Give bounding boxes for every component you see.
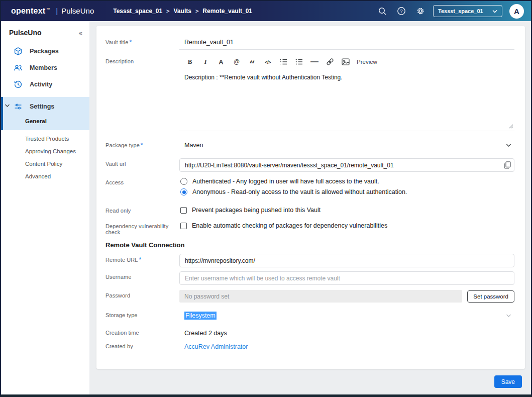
bold-icon[interactable]: B (184, 57, 195, 67)
checkbox-unchecked-icon[interactable] (180, 223, 187, 229)
remote-url-input[interactable] (179, 254, 514, 267)
gear-icon[interactable] (414, 5, 427, 18)
preview-button[interactable]: Preview (357, 57, 377, 67)
breadcrumb-item-vaults[interactable]: Vaults (174, 8, 191, 15)
user-avatar[interactable]: A (509, 4, 524, 19)
save-button[interactable]: Save (494, 375, 522, 388)
mention-icon[interactable]: @ (231, 57, 242, 67)
read-only-label: Read only (105, 205, 179, 214)
description-label: Description (105, 56, 179, 64)
breadcrumb-item-vault[interactable]: Remote_vault_01 (202, 8, 252, 15)
sidebar-item-general[interactable]: General (1, 115, 89, 127)
created-by-label: Created by (105, 341, 179, 349)
chevron-down-icon[interactable] (5, 104, 10, 108)
package-type-label: Package type* (105, 139, 179, 149)
brand-product: PulseUno (61, 7, 94, 15)
unordered-list-icon[interactable] (293, 57, 304, 67)
sidebar-item-settings[interactable]: Settings (1, 98, 89, 115)
sidebar-item-advanced[interactable]: Advanced (1, 170, 89, 182)
settings-icon (14, 102, 23, 111)
storage-type-label: Storage type (105, 310, 179, 318)
checkbox-unchecked-icon[interactable] (180, 207, 187, 214)
main-content: Vault title* Description B I A @ “ </> (89, 21, 531, 395)
link-icon[interactable] (325, 57, 336, 67)
package-icon (14, 47, 23, 56)
required-marker: * (141, 142, 143, 149)
access-option-authenticated[interactable]: Authenticated - Any logged in user will … (179, 178, 514, 185)
sidebar-item-activity[interactable]: Activity (1, 76, 89, 92)
created-by-link[interactable]: AccuRev Administrator (179, 341, 248, 350)
username-label: Username (105, 271, 179, 280)
sidebar-item-approving-changes[interactable]: Approving Changes (1, 145, 89, 157)
vault-title-label: Vault title* (105, 36, 179, 46)
remote-vault-connection-heading: Remote Vault Connection (105, 241, 514, 249)
sidebar-item-members[interactable]: Members (1, 59, 89, 76)
set-password-button[interactable]: Set password (467, 290, 514, 303)
required-marker: * (139, 256, 142, 263)
creation-time-row: Creation time Created 2 days (105, 327, 514, 337)
code-icon[interactable]: </> (262, 57, 273, 67)
sidebar-collapse-button[interactable]: « (79, 29, 82, 37)
sidebar-item-trusted-products[interactable]: Trusted Products (1, 132, 89, 145)
access-label: Access (105, 177, 179, 185)
help-icon[interactable]: ? (395, 5, 408, 18)
creation-time-value: Created 2 days (179, 327, 514, 337)
svg-text:?: ? (400, 8, 402, 14)
dependency-check-label: Dependency vulnerability check (105, 221, 179, 235)
package-type-value: Maven (184, 142, 506, 149)
vault-url-label: Vault url (105, 158, 179, 167)
username-input[interactable] (179, 271, 514, 285)
access-row: Access Authenticated - Any logged in use… (105, 177, 514, 199)
password-row: Password No password set Set password (105, 290, 514, 303)
top-navbar: opentext™ | PulseUno Tessst_space_01 > V… (1, 1, 531, 21)
vault-url-input[interactable] (179, 158, 514, 172)
image-icon[interactable] (340, 57, 351, 67)
chevron-down-icon (506, 143, 511, 147)
sidebar-item-label: Activity (30, 81, 52, 88)
activity-icon (14, 80, 23, 89)
brand-divider: | (56, 7, 58, 15)
heading-icon[interactable]: A (216, 57, 227, 67)
vault-title-input[interactable] (179, 36, 514, 50)
app-logo: opentext™ | PulseUno (11, 7, 94, 16)
access-option-anonymous[interactable]: Anonymous - Read-only access to the vaul… (179, 188, 514, 195)
breadcrumb-separator: > (195, 8, 198, 14)
brand-trademark: ™ (46, 8, 50, 11)
sidebar-item-label: Settings (30, 103, 54, 110)
description-editor[interactable]: Description : **Remote vault without Aut… (179, 70, 514, 131)
sidebar-item-label: Packages (30, 48, 59, 55)
dependency-checkbox-row[interactable]: Enable automatic checking of packages fo… (179, 222, 514, 229)
dependency-check-row: Dependency vulnerability check Enable au… (105, 221, 514, 235)
sidebar-item-label: Members (30, 64, 57, 71)
copy-icon[interactable] (504, 161, 511, 169)
resize-handle[interactable] (508, 123, 513, 129)
chevron-down-icon (506, 314, 511, 318)
sidebar-item-packages[interactable]: Packages (1, 43, 89, 59)
blockquote-icon[interactable]: “ (247, 57, 258, 67)
horizontal-rule-icon[interactable]: — (309, 57, 320, 67)
username-row: Username (105, 271, 514, 285)
vault-settings-form: Vault title* Description B I A @ “ </> (96, 26, 525, 369)
description-text: Description : **Remote vault without Aut… (179, 70, 514, 85)
storage-type-value: Filesystem (184, 312, 217, 320)
sidebar: PulseUno « Packages Members Activity Set… (1, 21, 89, 395)
breadcrumb-separator: > (166, 8, 169, 14)
space-selector-dropdown[interactable]: Tessst_space_01 (433, 5, 502, 17)
package-type-select[interactable]: Maven (179, 139, 514, 153)
breadcrumb-item-space[interactable]: Tessst_space_01 (113, 8, 162, 15)
password-field: No password set (179, 290, 462, 303)
created-by-row: Created by AccuRev Administrator (105, 341, 514, 350)
storage-type-row: Storage type Filesystem (105, 310, 514, 323)
ordered-list-icon[interactable] (278, 57, 289, 67)
sidebar-item-content-policy[interactable]: Content Policy (1, 157, 89, 170)
remote-url-row: Remote URL* (105, 254, 514, 267)
italic-icon[interactable]: I (200, 57, 211, 67)
sidebar-settings-group: Settings General (1, 97, 89, 130)
chevron-down-icon (492, 10, 497, 13)
search-icon[interactable] (376, 5, 389, 18)
radio-unselected-icon[interactable] (180, 178, 187, 185)
creation-time-label: Creation time (105, 327, 179, 336)
read-only-checkbox-row[interactable]: Prevent packages being pushed into this … (179, 207, 514, 214)
storage-type-select[interactable]: Filesystem (179, 310, 514, 323)
radio-selected-icon[interactable] (180, 188, 187, 195)
